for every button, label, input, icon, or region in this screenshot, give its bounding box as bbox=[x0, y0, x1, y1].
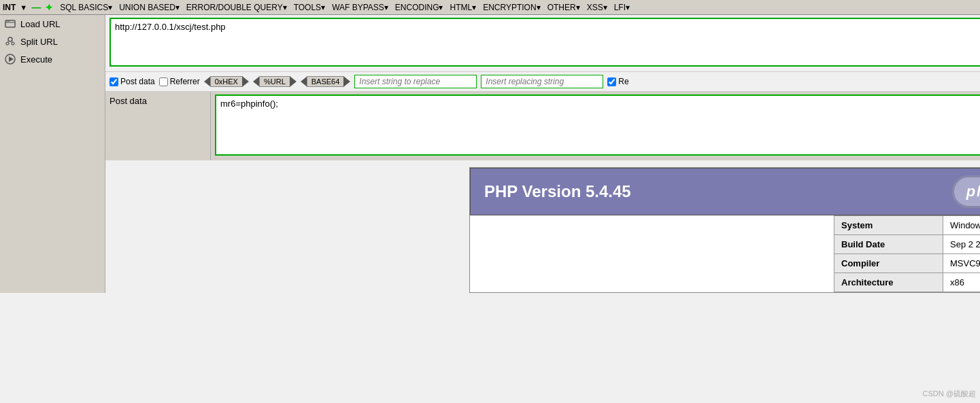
php-logo: php bbox=[952, 175, 980, 208]
base64-encode-btn[interactable]: BASE64 bbox=[301, 76, 351, 87]
php-row-value: MSVC9 (Visual C++ 2008) bbox=[943, 254, 981, 273]
menu-union-based[interactable]: UNION BASED▾ bbox=[116, 2, 182, 13]
menu-tools[interactable]: TOOLS▾ bbox=[291, 2, 328, 13]
split-url-label: Split URL bbox=[20, 37, 58, 47]
php-info-table: SystemWindows NT LAPTOP-OEF9PKJ9 6.2 bui… bbox=[834, 215, 980, 292]
svg-point-2 bbox=[7, 21, 8, 22]
svg-point-5 bbox=[6, 42, 9, 45]
menu-encoding[interactable]: ENCODING▾ bbox=[392, 2, 446, 13]
oxhex-arrow-right-icon bbox=[242, 76, 249, 87]
menu-xss[interactable]: XSS▾ bbox=[584, 2, 610, 13]
left-panel: Load URL Split URL Execute bbox=[0, 15, 105, 293]
php-row-value: x86 bbox=[943, 273, 981, 292]
menu-sql-basics[interactable]: SQL BASICS▾ bbox=[57, 2, 115, 13]
toolbar-int-label: INT bbox=[3, 3, 16, 12]
php-info-section: PHP Version 5.4.45 php SystemWindows NT … bbox=[469, 167, 980, 293]
post-data-label: Post data bbox=[105, 92, 211, 160]
post-data-checkbox[interactable] bbox=[109, 77, 118, 86]
php-header: PHP Version 5.4.45 php bbox=[470, 168, 980, 215]
toolbar-dropdown-arrow[interactable]: ▼ bbox=[20, 3, 27, 12]
oxhex-label: 0xHEX bbox=[210, 76, 243, 87]
menu-html[interactable]: HTML▾ bbox=[447, 2, 479, 13]
base64-label: BASE64 bbox=[307, 76, 345, 87]
php-row-key: Compiler bbox=[834, 254, 943, 273]
execute-button[interactable]: Execute bbox=[0, 50, 105, 68]
php-row-key: Build Date bbox=[834, 235, 943, 254]
menu-lfi[interactable]: LFI▾ bbox=[611, 2, 632, 13]
svg-line-8 bbox=[12, 41, 13, 42]
re-checkbox[interactable] bbox=[607, 77, 616, 86]
main-container: Load URL Split URL Execute bbox=[0, 15, 980, 293]
table-row: SystemWindows NT LAPTOP-OEF9PKJ9 6.2 bui… bbox=[834, 216, 981, 235]
php-version-text: PHP Version 5.4.45 bbox=[484, 182, 631, 201]
svg-line-7 bbox=[7, 41, 9, 42]
pcturl-label: %URL bbox=[259, 76, 290, 87]
post-data-checkbox-label[interactable]: Post data bbox=[109, 77, 155, 86]
post-section: Post data mr6=phpinfo(); bbox=[105, 92, 980, 160]
re-label: Re bbox=[618, 77, 628, 86]
toolbar: INT ▼ — ✦ SQL BASICS▾ UNION BASED▾ ERROR… bbox=[0, 0, 980, 15]
post-data-textarea[interactable]: mr6=phpinfo(); bbox=[215, 94, 980, 156]
svg-point-3 bbox=[8, 21, 10, 22]
execute-label: Execute bbox=[20, 54, 52, 65]
pcturl-arrow-right-icon bbox=[290, 76, 297, 87]
menu-other[interactable]: OTHER▾ bbox=[545, 2, 583, 13]
execute-icon bbox=[4, 53, 16, 65]
toolbar-menu: SQL BASICS▾ UNION BASED▾ ERROR/DOUBLE QU… bbox=[57, 2, 632, 13]
options-bar: Post data Referrer 0xHEX %URL BAS bbox=[105, 72, 980, 92]
menu-waf-bypass[interactable]: WAF BYPASS▾ bbox=[329, 2, 391, 13]
right-panel: http://127.0.0.1/xscj/test.php Post data… bbox=[105, 15, 980, 293]
insert-replacing-input[interactable] bbox=[481, 75, 603, 88]
svg-marker-10 bbox=[9, 56, 14, 62]
php-row-value: Windows NT LAPTOP-OEF9PKJ9 6.2 build 920… bbox=[943, 216, 981, 235]
post-data-checkbox-text: Post data bbox=[120, 77, 155, 86]
menu-error-double[interactable]: ERROR/DOUBLE QUERY▾ bbox=[184, 2, 290, 13]
split-url-icon bbox=[4, 35, 16, 48]
svg-point-6 bbox=[12, 42, 14, 45]
oxhex-encode-btn[interactable]: 0xHEX bbox=[204, 76, 249, 87]
post-data-area: mr6=phpinfo(); bbox=[211, 92, 980, 160]
pcturl-encode-btn[interactable]: %URL bbox=[253, 76, 297, 87]
table-row: Architecturex86 bbox=[834, 273, 981, 292]
load-url-icon bbox=[4, 18, 16, 30]
php-logo-text: php bbox=[966, 183, 980, 200]
php-row-key: System bbox=[834, 216, 943, 235]
load-url-button[interactable]: Load URL bbox=[0, 15, 105, 33]
load-url-label: Load URL bbox=[20, 19, 61, 29]
toolbar-plus-icon: ✦ bbox=[45, 2, 53, 13]
url-area: http://127.0.0.1/xscj/test.php bbox=[105, 15, 980, 72]
menu-encryption[interactable]: ENCRYPTION▾ bbox=[480, 2, 543, 13]
php-row-value: Sep 2 2015 23:45:53 bbox=[943, 235, 981, 254]
table-row: Build DateSep 2 2015 23:45:53 bbox=[834, 235, 981, 254]
split-url-button[interactable]: Split URL bbox=[0, 33, 105, 50]
re-checkbox-label[interactable]: Re bbox=[607, 77, 628, 86]
referrer-label: Referrer bbox=[170, 77, 200, 86]
table-row: CompilerMSVC9 (Visual C++ 2008) bbox=[834, 254, 981, 273]
toolbar-dash-icon: — bbox=[31, 2, 41, 13]
referrer-checkbox-label[interactable]: Referrer bbox=[159, 77, 200, 86]
url-input[interactable]: http://127.0.0.1/xscj/test.php bbox=[109, 18, 980, 67]
insert-replace-input[interactable] bbox=[354, 75, 477, 88]
base64-arrow-right-icon bbox=[343, 76, 350, 87]
php-row-key: Architecture bbox=[834, 273, 943, 292]
referrer-checkbox[interactable] bbox=[159, 77, 168, 86]
